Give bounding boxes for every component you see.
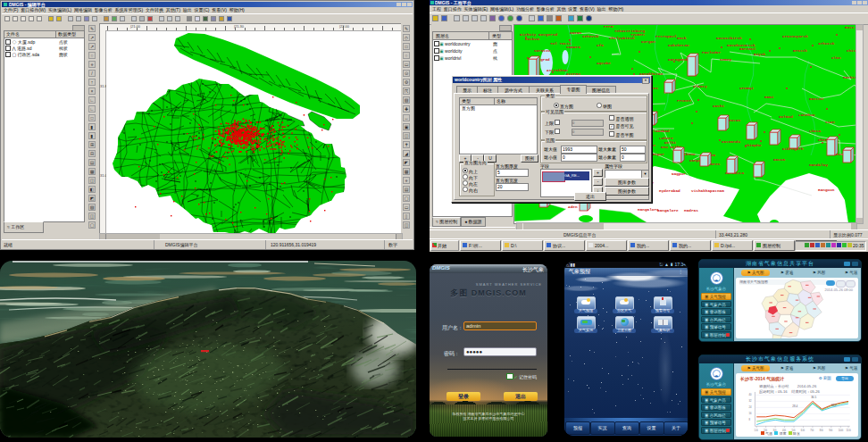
- svg-text:Ufa: Ufa: [597, 43, 604, 47]
- svg-text:8日: 8日: [820, 429, 824, 432]
- svg-text:Mandalay: Mandalay: [809, 163, 828, 167]
- svg-text:Pavlodar: Pavlodar: [702, 50, 721, 54]
- svg-text:Rangoon: Rangoon: [818, 188, 835, 192]
- svg-text:Semey: Semey: [720, 57, 732, 62]
- svg-text:Hotan: Hotan: [729, 118, 741, 122]
- svg-text:10日: 10日: [839, 429, 844, 432]
- svg-text:Novosibirsk: Novosibirsk: [716, 36, 742, 40]
- svg-text:11日: 11日: [846, 429, 851, 432]
- svg-text:Perm: Perm: [604, 25, 613, 29]
- svg-text:Vishakhapatnam: Vishakhapatnam: [691, 188, 724, 193]
- svg-text:Ulan: Ulan: [831, 55, 841, 60]
- svg-text:Karaganda: Karaganda: [668, 57, 689, 62]
- svg-text:Moskva: Moskva: [525, 37, 539, 41]
- svg-text:Biysk: Biysk: [754, 52, 766, 56]
- svg-text:Astrakhan: Astrakhan: [547, 68, 568, 72]
- svg-text:Barnaul: Barnaul: [739, 46, 756, 51]
- svg-text:24: 24: [749, 405, 753, 409]
- svg-text:Omsk: Omsk: [677, 36, 687, 40]
- svg-text:Baotou: Baotou: [809, 96, 823, 101]
- svg-text:Katmandu: Katmandu: [722, 139, 740, 144]
- svg-text:8: 8: [749, 418, 751, 421]
- svg-text:Lanzhou: Lanzhou: [798, 113, 815, 117]
- svg-text:Golmud: Golmud: [779, 114, 793, 119]
- svg-text:Irkutsk: Irkutsk: [818, 41, 835, 46]
- svg-text:Tol Yatti: Tol Yatti: [550, 41, 572, 46]
- svg-text:Madras: Madras: [684, 208, 698, 213]
- svg-text:Tyumen: Tyumen: [630, 32, 645, 37]
- svg-text:6日: 6日: [801, 429, 805, 432]
- svg-text:Petropavl: Petropavl: [655, 34, 677, 38]
- svg-text:Dacca: Dacca: [773, 157, 786, 162]
- svg-text:32: 32: [749, 399, 753, 403]
- svg-text:1日: 1日: [755, 429, 759, 432]
- svg-text:36.5: 36.5: [811, 396, 816, 399]
- svg-text:Kokshetau: Kokshetau: [668, 43, 689, 47]
- svg-text:Kashi: Kashi: [713, 104, 725, 108]
- svg-text:33.2: 33.2: [831, 404, 837, 407]
- svg-text:Jaipur: Jaipur: [650, 152, 664, 156]
- svg-text:9日: 9日: [829, 429, 833, 432]
- svg-text:Kurgan: Kurgan: [641, 39, 655, 44]
- svg-text:Hami: Hami: [764, 95, 774, 99]
- svg-text:Xian: Xian: [825, 120, 835, 124]
- svg-text:Aden: Aden: [568, 204, 578, 209]
- svg-text:Izhevsk: Izhevsk: [582, 34, 599, 38]
- svg-text:Thimphu: Thimphu: [745, 143, 762, 147]
- svg-text:Aqtobe: Aqtobe: [597, 61, 611, 65]
- svg-text:Kazan: Kazan: [570, 30, 582, 35]
- svg-text:Lhasa: Lhasa: [809, 129, 822, 133]
- svg-text:Bangalore: Bangalore: [657, 208, 679, 213]
- svg-text:Krasnoyarsk: Krasnoyarsk: [782, 34, 808, 38]
- svg-text:Saratov: Saratov: [534, 48, 551, 53]
- svg-text:28.4: 28.4: [792, 404, 797, 408]
- svg-text:Frunze: Frunze: [677, 98, 691, 103]
- svg-text:Almaty: Almaty: [693, 84, 707, 88]
- svg-text:Mangalore: Mangalore: [638, 207, 659, 212]
- svg-text:Urumqi: Urumqi: [739, 86, 754, 90]
- svg-text:Bratsk: Bratsk: [793, 48, 807, 53]
- svg-text:7日: 7日: [810, 429, 814, 432]
- svg-text:40: 40: [749, 393, 753, 396]
- svg-text:Delhi: Delhi: [664, 140, 677, 145]
- svg-text:16: 16: [749, 412, 753, 415]
- svg-text:Russ: Russ: [845, 25, 855, 29]
- svg-text:Hyderabad: Hyderabad: [659, 188, 680, 193]
- svg-text:Harbin: Harbin: [843, 75, 856, 79]
- svg-text:Nagpur: Nagpur: [672, 171, 686, 176]
